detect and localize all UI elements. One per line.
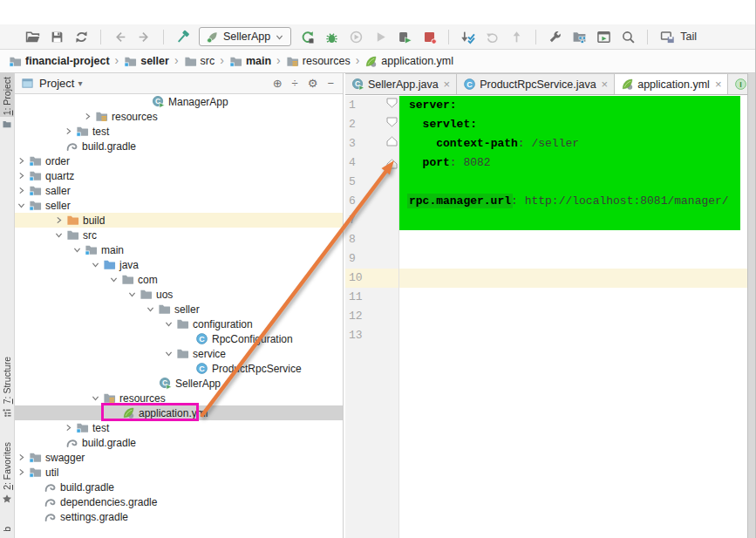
tree-item-com[interactable]: com	[15, 272, 344, 287]
tree-item-settings-gradle[interactable]: settings.gradle	[15, 509, 344, 524]
code-line-1[interactable]: server:	[399, 96, 457, 115]
tree-item-util[interactable]: util	[15, 465, 344, 480]
tree-item-build-gradle[interactable]: build.gradle	[15, 139, 344, 153]
code-line-11[interactable]	[399, 288, 409, 307]
tree-item-saller[interactable]: saller	[15, 183, 344, 198]
editor-tab-productrpc[interactable]: IProductRpc.	[728, 74, 747, 94]
resume-program-button[interactable]	[397, 29, 413, 45]
tree-item-managerapp[interactable]: CManagerApp	[15, 94, 344, 109]
breadcrumb-item-src[interactable]: src	[184, 55, 215, 68]
tree-item-build-gradle[interactable]: build.gradle	[15, 435, 344, 450]
chevron-down-icon[interactable]	[54, 229, 66, 242]
code-line-2[interactable]: servlet:	[399, 115, 477, 134]
tree-item-sellerapp[interactable]: CSellerApp	[15, 376, 344, 391]
code-line-6[interactable]: rpc.manager.url: http://localhost:8081/m…	[399, 192, 729, 211]
settings-button[interactable]	[547, 29, 563, 45]
chevron-down-icon[interactable]	[109, 274, 121, 286]
tree-item-dependencies-gradle[interactable]: dependencies.gradle	[15, 494, 344, 509]
chevron-down-icon[interactable]	[91, 259, 103, 271]
tool-window-tab-1-project[interactable]: 1: Project	[0, 73, 14, 117]
chevron-right-icon[interactable]	[17, 185, 29, 197]
code-line-3[interactable]: context-path: /seller	[399, 134, 579, 153]
project-structure-button[interactable]	[571, 29, 588, 45]
tree-item-src[interactable]: src	[15, 228, 344, 242]
search-everywhere-button[interactable]	[620, 29, 637, 45]
code-line-5[interactable]	[399, 173, 409, 192]
fold-expanded-icon[interactable]	[386, 98, 398, 108]
tree-item-build-gradle[interactable]: build.gradle	[15, 480, 344, 494]
run-with-coverage-button[interactable]	[348, 29, 364, 45]
chevron-right-icon[interactable]	[83, 111, 95, 123]
locate-file-icon[interactable]: ⊕	[273, 78, 283, 89]
chevron-down-icon[interactable]	[72, 244, 85, 256]
tree-item-service[interactable]: service	[15, 346, 344, 361]
breadcrumb-item-main[interactable]: main	[229, 55, 271, 68]
rollback-button[interactable]	[484, 29, 501, 45]
stop-button[interactable]	[421, 29, 438, 45]
tool-window-tab-b[interactable]: b	[0, 523, 14, 538]
chevron-right-icon[interactable]	[17, 170, 29, 182]
tree-item-uos[interactable]: uos	[15, 287, 344, 302]
chevron-right-icon[interactable]	[17, 452, 29, 464]
breadcrumb-item-seller[interactable]: seller	[124, 55, 169, 68]
chevron-down-icon[interactable]: ▾	[78, 78, 82, 88]
chevron-right-icon[interactable]	[17, 466, 29, 479]
window-scrollbar[interactable]	[747, 73, 756, 538]
tree-item-test[interactable]: test	[15, 420, 344, 435]
editor-body[interactable]: 12345678910111213server: servlet: contex…	[345, 96, 747, 538]
back-button[interactable]	[112, 29, 128, 45]
close-tab-icon[interactable]: ×	[444, 78, 451, 91]
chevron-down-icon[interactable]	[146, 303, 158, 316]
run-anything-button[interactable]	[596, 29, 612, 45]
tree-item-rpcconfiguration[interactable]: CRpcConfiguration	[15, 331, 344, 346]
editor-tab-sellerapp-java[interactable]: CSellerApp.java×	[345, 74, 457, 94]
collapse-all-icon[interactable]: ÷	[292, 78, 298, 89]
synchronize-button[interactable]	[73, 29, 90, 45]
breadcrumb-item-application-yml[interactable]: application.yml	[364, 55, 453, 68]
code-line-10[interactable]	[399, 269, 409, 288]
save-all-button[interactable]	[49, 29, 65, 45]
breadcrumb-item-financial-project[interactable]: financial-project	[9, 55, 110, 68]
run-configuration-select[interactable]: SellerApp	[199, 27, 291, 46]
code-line-13[interactable]	[399, 326, 409, 345]
tree-item-swagger[interactable]: swagger	[15, 450, 344, 465]
tree-item-test[interactable]: test	[15, 124, 344, 139]
code-line-12[interactable]	[399, 307, 409, 326]
build-project-button[interactable]	[174, 29, 191, 45]
code-line-7[interactable]	[399, 211, 409, 230]
chevron-right-icon[interactable]	[64, 422, 76, 434]
editor-tab-application-yml[interactable]: application.yml×	[615, 74, 728, 94]
tree-item-build[interactable]: build	[15, 213, 344, 228]
code-line-8[interactable]	[399, 230, 409, 249]
tree-item-order[interactable]: order	[15, 153, 344, 168]
close-tab-icon[interactable]: ×	[715, 78, 722, 91]
tree-item-seller[interactable]: seller	[15, 302, 344, 317]
hide-panel-icon[interactable]: −	[327, 78, 334, 89]
tree-item-quartz[interactable]: quartz	[15, 168, 344, 183]
settings-icon[interactable]: ⚙	[308, 78, 318, 89]
chevron-down-icon[interactable]	[127, 289, 140, 301]
breadcrumb-item-resources[interactable]: resources	[286, 55, 351, 68]
chevron-down-icon[interactable]	[164, 348, 176, 360]
update-project-button[interactable]	[460, 29, 476, 45]
tree-item-resources[interactable]: resources	[15, 109, 344, 124]
tail-button[interactable]: Tail	[658, 29, 698, 45]
tree-item-productrpcservice[interactable]: CProductRpcService	[15, 361, 344, 376]
rerun-button[interactable]	[299, 29, 316, 45]
chevron-right-icon[interactable]	[54, 215, 66, 227]
open-project-button[interactable]	[24, 29, 41, 45]
editor-tab-productrpcservice-java[interactable]: CProductRpcService.java×	[457, 74, 615, 94]
tree-item-configuration[interactable]: configuration	[15, 317, 344, 331]
fold-end-icon[interactable]	[386, 136, 398, 146]
code-line-4[interactable]: port: 8082	[399, 153, 491, 173]
code-line-9[interactable]	[399, 249, 409, 269]
fold-end-icon[interactable]	[386, 159, 398, 169]
fold-expanded-icon[interactable]	[386, 117, 398, 127]
tree-item-main[interactable]: main	[15, 242, 344, 257]
chevron-right-icon[interactable]	[17, 155, 29, 167]
tool-window-tab-7-structure[interactable]: 7: Structure	[0, 353, 14, 421]
chevron-right-icon[interactable]	[64, 126, 76, 138]
tree-item-seller[interactable]: seller	[15, 198, 344, 213]
forward-button[interactable]	[136, 29, 153, 45]
chevron-down-icon[interactable]	[164, 318, 176, 330]
